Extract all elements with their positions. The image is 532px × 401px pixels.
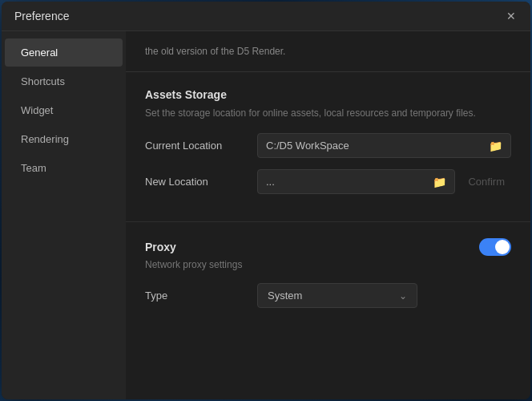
current-location-folder-button[interactable]: 📁 xyxy=(481,135,510,157)
folder-icon: 📁 xyxy=(489,140,502,152)
new-location-folder-button[interactable]: 📁 xyxy=(425,171,454,193)
assets-storage-description: Set the storage location for online asse… xyxy=(145,106,511,120)
sidebar-item-rendering[interactable]: Rendering xyxy=(5,125,123,153)
proxy-type-dropdown[interactable]: System ⌄ xyxy=(257,283,417,308)
main-content: General Shortcuts Widget Rendering Team … xyxy=(2,31,530,399)
title-bar: Preference ✕ xyxy=(2,2,530,31)
new-location-input-wrap: 📁 Confirm xyxy=(257,169,511,194)
proxy-toggle[interactable] xyxy=(479,238,511,256)
sidebar-item-shortcuts[interactable]: Shortcuts xyxy=(5,67,123,95)
content-area: the old version of the D5 Render. Assets… xyxy=(126,31,530,399)
new-location-row: New Location 📁 Confirm xyxy=(145,169,511,194)
sidebar-item-general[interactable]: General xyxy=(5,38,123,67)
assets-storage-section: Assets Storage Set the storage location … xyxy=(126,72,530,222)
new-location-input[interactable] xyxy=(258,170,425,193)
current-location-input[interactable] xyxy=(258,134,481,157)
proxy-type-label: Type xyxy=(145,290,257,302)
proxy-title: Proxy xyxy=(145,241,176,253)
proxy-type-row: Type System ⌄ xyxy=(145,283,511,308)
current-location-input-group: 📁 xyxy=(257,133,511,158)
sidebar-item-team[interactable]: Team xyxy=(5,154,123,182)
folder2-icon: 📁 xyxy=(433,176,446,188)
sidebar-item-widget[interactable]: Widget xyxy=(5,96,123,124)
proxy-type-value: System xyxy=(268,290,302,302)
proxy-description: Network proxy settings xyxy=(145,259,511,270)
close-button[interactable]: ✕ xyxy=(505,10,518,22)
proxy-section: Proxy Network proxy settings Type System… xyxy=(126,222,530,324)
proxy-header: Proxy xyxy=(145,238,511,256)
current-location-input-wrap: 📁 xyxy=(257,133,511,158)
current-location-label: Current Location xyxy=(145,140,257,152)
new-location-label: New Location xyxy=(145,176,257,188)
current-location-row: Current Location 📁 xyxy=(145,133,511,158)
confirm-button[interactable]: Confirm xyxy=(461,172,511,191)
preference-dialog: Preference ✕ General Shortcuts Widget Re… xyxy=(2,2,530,399)
sidebar: General Shortcuts Widget Rendering Team xyxy=(2,31,126,399)
top-description: the old version of the D5 Render. xyxy=(145,44,511,59)
assets-storage-title: Assets Storage xyxy=(145,88,511,101)
dialog-title: Preference xyxy=(14,10,69,22)
top-section: the old version of the D5 Render. xyxy=(126,31,530,72)
new-location-input-group: 📁 xyxy=(257,169,455,194)
chevron-down-icon: ⌄ xyxy=(399,290,407,302)
